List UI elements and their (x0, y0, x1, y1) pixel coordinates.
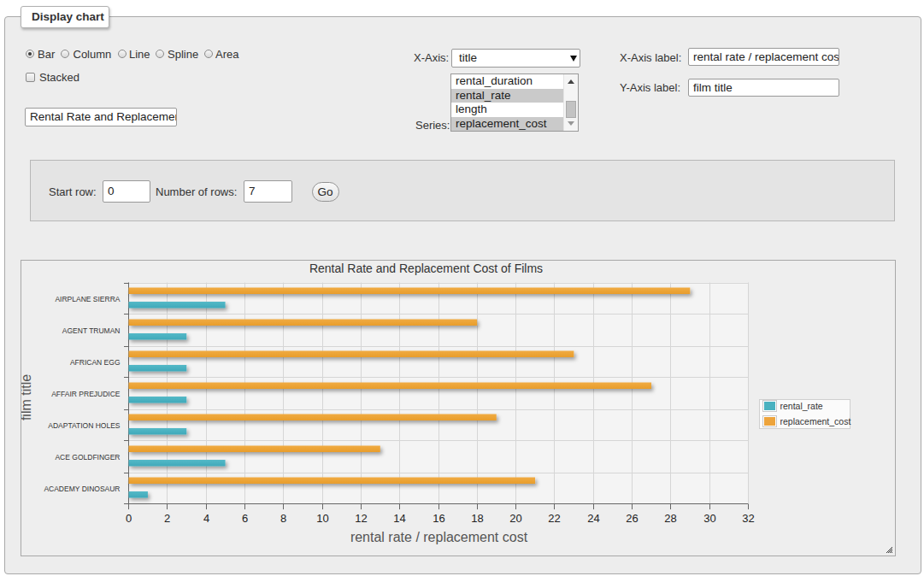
svg-text:12: 12 (355, 512, 367, 525)
svg-text:18: 18 (471, 512, 483, 525)
svg-text:10: 10 (316, 512, 328, 525)
svg-text:22: 22 (548, 512, 560, 525)
svg-text:ACE GOLDFINGER: ACE GOLDFINGER (55, 453, 120, 461)
svg-text:24: 24 (587, 512, 599, 525)
svg-text:6: 6 (242, 512, 248, 525)
svg-text:14: 14 (393, 512, 405, 525)
svg-text:16: 16 (433, 512, 444, 525)
svg-text:2: 2 (164, 512, 170, 525)
svg-text:8: 8 (280, 512, 286, 525)
svg-text:0: 0 (126, 512, 132, 525)
svg-text:AFRICAN EGG: AFRICAN EGG (70, 358, 121, 367)
svg-text:ADAPTATION HOLES: ADAPTATION HOLES (48, 421, 121, 430)
svg-text:replacement_cost: replacement_cost (780, 416, 851, 426)
svg-text:rental_rate: rental_rate (780, 401, 823, 411)
svg-text:rental rate / replacement cost: rental rate / replacement cost (350, 530, 528, 544)
svg-text:28: 28 (664, 512, 676, 525)
svg-text:4: 4 (203, 512, 209, 525)
svg-text:AIRPLANE SIERRA: AIRPLANE SIERRA (55, 295, 120, 303)
svg-text:26: 26 (626, 512, 638, 525)
svg-text:Rental Rate and Replacement Co: Rental Rate and Replacement Cost of Film… (309, 262, 543, 275)
svg-text:32: 32 (742, 512, 754, 525)
svg-text:film title: film title (21, 374, 33, 420)
svg-text:AGENT TRUMAN: AGENT TRUMAN (62, 326, 121, 335)
svg-text:AFFAIR PREJUDICE: AFFAIR PREJUDICE (51, 390, 121, 398)
svg-text:20: 20 (509, 512, 521, 525)
svg-text:30: 30 (703, 512, 715, 525)
svg-text:ACADEMY DINOSAUR: ACADEMY DINOSAUR (44, 485, 120, 493)
